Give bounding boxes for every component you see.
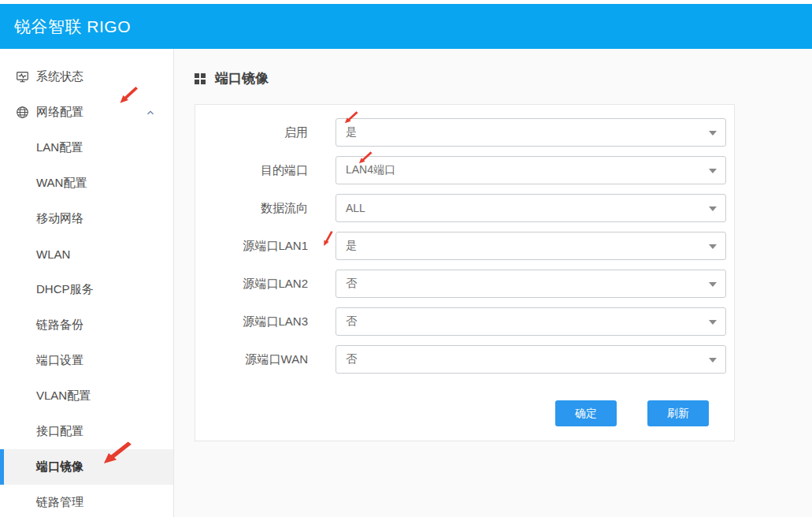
select-value: 是 bbox=[346, 239, 357, 253]
form-row-src-wan: 源端口WAN 否 bbox=[195, 345, 726, 374]
sidebar-item-vlan-config[interactable]: VLAN配置 bbox=[0, 378, 173, 414]
sidebar-item-port-settings[interactable]: 端口设置 bbox=[0, 343, 173, 378]
button-row: 确定 刷新 bbox=[195, 400, 726, 426]
select-value: 否 bbox=[346, 277, 357, 291]
sidebar-item-label: 移动网络 bbox=[36, 211, 83, 226]
form-label: 目的端口 bbox=[195, 163, 308, 178]
app-title: 锐谷智联 RIGO bbox=[14, 16, 131, 38]
sidebar-item-wan-config[interactable]: WAN配置 bbox=[0, 166, 173, 201]
sidebar-item-wlan[interactable]: WLAN bbox=[0, 236, 173, 272]
sidebar-item-label: 端口设置 bbox=[36, 353, 83, 368]
sidebar-item-interface-config[interactable]: 接口配置 bbox=[0, 414, 173, 449]
sidebar-item-dhcp-service[interactable]: DHCP服务 bbox=[0, 272, 173, 307]
form-label: 源端口WAN bbox=[195, 352, 308, 367]
chevron-down-icon bbox=[709, 206, 717, 211]
form-row-dest-port: 目的端口 LAN4端口 bbox=[195, 156, 726, 184]
sidebar-item-label: 网络配置 bbox=[36, 105, 83, 120]
sidebar-item-label: DHCP服务 bbox=[36, 282, 94, 297]
chevron-down-icon bbox=[709, 282, 717, 287]
select-value: 否 bbox=[346, 314, 357, 329]
sidebar-item-label: 链路管理 bbox=[36, 495, 83, 510]
sidebar-item-label: WLAN bbox=[36, 247, 70, 261]
select-src-lan1[interactable]: 是 bbox=[336, 232, 726, 260]
sidebar-item-label: WAN配置 bbox=[36, 176, 87, 191]
select-src-lan2[interactable]: 否 bbox=[336, 270, 726, 298]
grid-icon bbox=[195, 73, 206, 84]
chevron-down-icon bbox=[709, 169, 717, 173]
port-mirror-panel: 启用 是 目的端口 LAN4端口 数据流向 ALL bbox=[195, 104, 735, 441]
select-dest-port[interactable]: LAN4端口 bbox=[336, 156, 726, 184]
page-title-row: 端口镜像 bbox=[174, 49, 812, 87]
chevron-down-icon bbox=[709, 131, 717, 136]
chevron-down-icon bbox=[709, 358, 717, 363]
select-src-lan3[interactable]: 否 bbox=[336, 307, 726, 336]
form-row-enable: 启用 是 bbox=[195, 118, 726, 147]
page: 锐谷智联 RIGO 系统状态 bbox=[0, 0, 812, 517]
select-value: 否 bbox=[346, 352, 357, 366]
select-value: ALL bbox=[346, 202, 365, 214]
select-src-wan[interactable]: 否 bbox=[336, 345, 726, 374]
form-row-src-lan1: 源端口LAN1 是 bbox=[195, 232, 726, 260]
sidebar-item-label: 端口镜像 bbox=[36, 459, 83, 474]
form-row-src-lan3: 源端口LAN3 否 bbox=[195, 307, 726, 336]
sidebar-item-link-management[interactable]: 链路管理 bbox=[0, 485, 173, 517]
sidebar-item-label: LAN配置 bbox=[36, 140, 83, 155]
sidebar-item-mobile-network[interactable]: 移动网络 bbox=[0, 201, 173, 236]
main-content: 端口镜像 启用 是 目的端口 LAN4端口 bbox=[174, 49, 812, 517]
chevron-down-icon bbox=[709, 320, 717, 325]
sidebar-item-label: 接口配置 bbox=[36, 424, 83, 439]
form-label: 源端口LAN3 bbox=[195, 314, 308, 329]
sidebar: 系统状态 网络配置 bbox=[0, 49, 174, 517]
sidebar-item-port-mirror[interactable]: 端口镜像 bbox=[0, 449, 173, 485]
form-label: 启用 bbox=[195, 125, 308, 140]
sidebar-item-network-config[interactable]: 网络配置 bbox=[0, 95, 173, 130]
form-label: 源端口LAN2 bbox=[195, 277, 308, 292]
chevron-up-icon[interactable] bbox=[145, 107, 156, 118]
globe-icon bbox=[16, 106, 29, 119]
select-data-flow[interactable]: ALL bbox=[336, 194, 726, 222]
app-header: 锐谷智联 RIGO bbox=[0, 4, 812, 49]
select-value: LAN4端口 bbox=[346, 163, 395, 177]
sidebar-item-label: VLAN配置 bbox=[36, 389, 91, 404]
refresh-button[interactable]: 刷新 bbox=[647, 400, 709, 426]
chevron-down-icon bbox=[709, 244, 717, 249]
form-label: 源端口LAN1 bbox=[195, 239, 308, 254]
sidebar-item-link-backup[interactable]: 链路备份 bbox=[0, 307, 173, 343]
sidebar-item-label: 系统状态 bbox=[36, 69, 83, 84]
form-row-src-lan2: 源端口LAN2 否 bbox=[195, 270, 726, 298]
confirm-button[interactable]: 确定 bbox=[555, 400, 617, 426]
sidebar-item-label: 链路备份 bbox=[36, 318, 83, 333]
select-value: 是 bbox=[346, 125, 357, 139]
sidebar-item-system-status[interactable]: 系统状态 bbox=[0, 59, 173, 95]
page-title: 端口镜像 bbox=[215, 69, 269, 87]
monitor-icon bbox=[16, 70, 29, 84]
select-enable[interactable]: 是 bbox=[336, 118, 726, 147]
sidebar-item-lan-config[interactable]: LAN配置 bbox=[0, 130, 173, 166]
form-row-data-flow: 数据流向 ALL bbox=[195, 194, 726, 222]
form-label: 数据流向 bbox=[195, 201, 308, 216]
